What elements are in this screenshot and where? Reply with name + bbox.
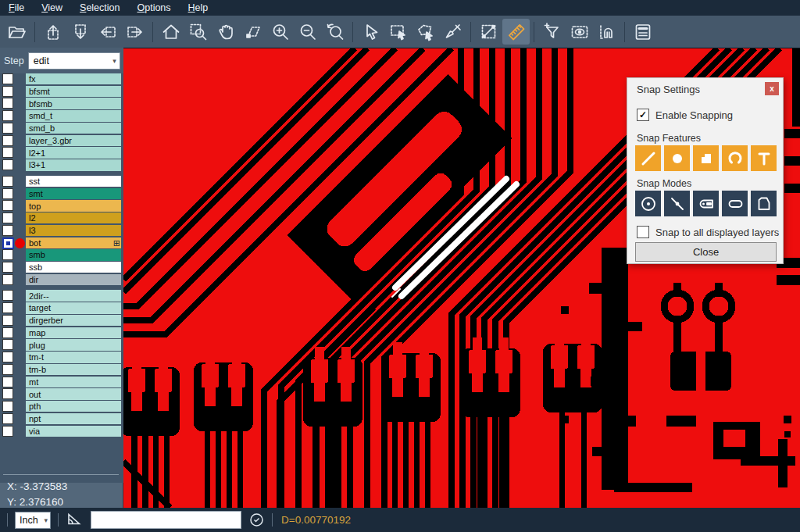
shift-view-left-button[interactable]	[94, 19, 121, 45]
step-select[interactable]: edit ▾	[28, 52, 120, 70]
layer-row[interactable]: tm-t	[0, 352, 123, 362]
layer-label[interactable]: top	[26, 200, 121, 211]
angle-measure-icon[interactable]	[66, 510, 83, 530]
select-polygon-button[interactable]	[412, 19, 439, 45]
layer-label[interactable]: l2	[26, 212, 121, 223]
layer-label[interactable]: out	[26, 388, 121, 399]
snap-mode-contour-button[interactable]	[693, 191, 719, 216]
select-button[interactable]	[357, 19, 384, 45]
layer-row[interactable]: smd_b	[0, 123, 123, 134]
layer-row[interactable]: pth	[0, 401, 123, 412]
zoom-window-button[interactable]	[184, 19, 212, 45]
snap-feature-pad-button[interactable]	[664, 145, 690, 171]
snap-button[interactable]	[593, 19, 620, 45]
snap-feature-arc-button[interactable]	[722, 145, 748, 171]
layer-label[interactable]: bfsmb	[26, 98, 121, 109]
layer-row[interactable]: bfsmb	[0, 98, 123, 109]
layer-row[interactable]: sst	[0, 176, 123, 187]
layer-label[interactable]: mt	[26, 377, 121, 387]
dialog-close-button[interactable]: Close	[635, 242, 777, 262]
enable-snapping-checkbox[interactable]	[637, 109, 649, 121]
layer-label[interactable]: 2dir--	[26, 290, 121, 301]
layer-checkbox[interactable]	[2, 147, 13, 158]
layer-checkbox[interactable]	[2, 110, 13, 121]
snap-feature-text-button[interactable]	[751, 145, 777, 171]
layer-row[interactable]: ssb	[0, 262, 123, 273]
layer-checkbox[interactable]	[2, 98, 13, 109]
layer-label[interactable]: smt	[26, 188, 121, 199]
open-file-button[interactable]	[3, 19, 30, 45]
layer-checkbox[interactable]	[2, 315, 13, 326]
layer-label[interactable]: fx	[26, 73, 121, 84]
pan-button[interactable]	[212, 19, 239, 45]
layer-checkbox[interactable]	[2, 200, 13, 211]
layer-checkbox[interactable]	[2, 377, 13, 387]
menu-help[interactable]: Help	[180, 0, 217, 16]
zoom-out-button[interactable]	[294, 19, 321, 45]
brush-select-button[interactable]	[439, 19, 466, 45]
zoom-polygon-button[interactable]	[239, 19, 266, 45]
menu-file[interactable]: File	[0, 0, 33, 16]
snap-mode-polygon-button[interactable]	[751, 191, 777, 216]
zoom-home-button[interactable]	[157, 19, 184, 45]
layer-row[interactable]: top	[0, 200, 123, 211]
layer-checkbox[interactable]	[2, 135, 13, 146]
snap-feature-surface-button[interactable]	[693, 145, 719, 171]
layer-row[interactable]: bot ⊞	[0, 237, 123, 248]
layer-row[interactable]: l3+1	[0, 159, 123, 170]
layer-row[interactable]: plug	[0, 339, 123, 350]
layer-checkbox[interactable]	[2, 413, 13, 424]
layer-label[interactable]: pth	[26, 401, 121, 412]
snap-mode-center-button[interactable]	[635, 191, 661, 216]
snap-all-layers-checkbox[interactable]	[637, 226, 649, 238]
layer-checkbox[interactable]	[2, 123, 13, 134]
select-rectangle-button[interactable]	[384, 19, 412, 45]
layer-label[interactable]: smd_b	[26, 123, 121, 134]
layer-label[interactable]: plug	[26, 339, 121, 350]
filter-button[interactable]	[538, 19, 566, 45]
measure-distance-button[interactable]	[475, 19, 502, 45]
layer-checkbox[interactable]	[2, 225, 13, 236]
layer-label[interactable]: bfsmt	[26, 86, 121, 97]
layer-label[interactable]: smd_t	[26, 110, 121, 121]
layer-row[interactable]: smd_t	[0, 110, 123, 121]
layer-label[interactable]: sst	[26, 176, 121, 187]
layer-checkbox[interactable]	[2, 290, 13, 301]
layer-label[interactable]: l2+1	[26, 147, 121, 158]
layer-checkbox[interactable]	[2, 327, 13, 338]
layer-row[interactable]: map	[0, 327, 123, 338]
zoom-previous-button[interactable]	[321, 19, 348, 45]
menu-view[interactable]: View	[33, 0, 71, 16]
layer-checkbox[interactable]	[2, 388, 13, 399]
layer-checkbox[interactable]	[2, 364, 13, 375]
layer-label[interactable]: target	[26, 302, 121, 313]
layer-checkbox[interactable]	[2, 426, 13, 437]
layer-checkbox[interactable]	[2, 176, 13, 187]
layer-checkbox[interactable]	[2, 339, 13, 350]
snap-mode-outline-button[interactable]	[722, 191, 748, 216]
measure-value-input[interactable]	[91, 511, 241, 529]
layer-row[interactable]: smb	[0, 249, 123, 260]
layer-checkbox[interactable]	[2, 73, 13, 84]
layer-label[interactable]: via	[26, 426, 121, 437]
layer-label[interactable]: smb	[26, 249, 121, 260]
layer-checkbox[interactable]	[2, 86, 13, 97]
snap-feature-line-button[interactable]	[635, 145, 661, 171]
layer-label[interactable]: tm-b	[26, 364, 121, 375]
layer-row[interactable]: l3	[0, 225, 123, 236]
layer-row[interactable]: via	[0, 426, 123, 437]
layer-checkbox[interactable]	[2, 401, 13, 412]
zoom-in-button[interactable]	[266, 19, 294, 45]
layer-row[interactable]: target	[0, 302, 123, 313]
layer-label[interactable]: dir	[26, 274, 121, 285]
layer-row[interactable]: fx	[0, 73, 123, 84]
layer-row[interactable]: dir	[0, 274, 123, 285]
layer-checkbox[interactable]	[2, 237, 14, 249]
shift-view-down-button[interactable]	[66, 19, 94, 45]
report-button[interactable]	[629, 19, 656, 45]
menu-options[interactable]: Options	[128, 0, 179, 16]
layer-checkbox[interactable]	[2, 188, 13, 199]
layer-label[interactable]: tm-t	[26, 352, 121, 362]
layer-checkbox[interactable]	[2, 249, 13, 260]
layer-row[interactable]: mt	[0, 377, 123, 387]
